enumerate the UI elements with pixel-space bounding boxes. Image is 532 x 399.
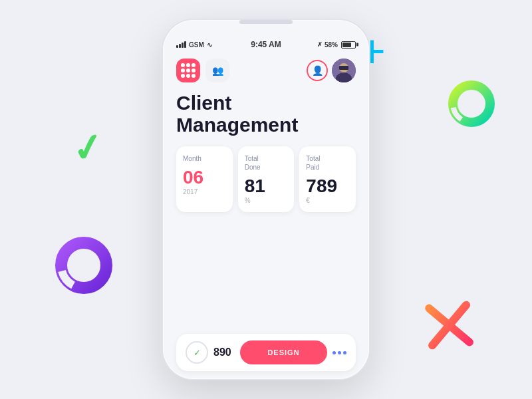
more-menu-button[interactable] [332,351,346,354]
design-button[interactable]: DESIGN [240,340,327,364]
check-button[interactable]: ✓ [186,341,208,364]
stat-sub-month: 2017 [183,188,226,196]
stat-value-month: 06 [183,168,226,187]
svg-point-0 [453,85,490,122]
user-icon: 👤 [312,65,323,76]
bottom-action-bar: ✓ 890 DESIGN [176,334,356,371]
stat-sub-done: % [245,197,288,204]
status-bar: GSM ∿ 9:45 AM ✗ 58% [163,27,369,56]
stat-value-done: 81 [245,177,288,196]
svg-line-4 [429,305,469,346]
status-left: GSM ∿ [176,41,212,49]
menu-button[interactable] [176,59,200,82]
bottom-count: 890 [213,346,235,358]
stat-label-done: TotalDone [245,154,288,172]
deco-ring-purple [55,236,113,295]
svg-point-2 [61,243,106,288]
time-label: 9:45 AM [251,40,281,49]
stat-sub-paid: € [306,197,349,204]
team-button[interactable]: 👥 [205,59,229,82]
stat-value-paid: 789 [306,177,349,196]
wifi-icon: ∿ [207,41,212,49]
stat-label-month: Month [183,154,226,163]
app-body: Client Management Month 06 2017 TotalDon… [163,88,369,379]
deco-x-sign [424,299,476,358]
people-icon: 👥 [212,65,223,76]
deco-checkmark: ✓ [68,127,106,169]
carrier-label: GSM [189,41,204,49]
dots-grid-icon [181,63,196,78]
phone-notch [239,20,293,24]
stat-card-done: TotalDone 81 % [238,146,295,212]
stat-label-paid: TotalPaid [306,154,349,172]
profile-avatar[interactable] [332,59,356,82]
battery-icon [341,41,356,49]
app-header: 👥 👤 [163,56,369,88]
user-avatar-ring[interactable]: 👤 [307,60,328,81]
battery-percent: 58% [325,41,338,49]
stat-card-paid: TotalPaid 789 € [299,146,356,212]
stat-card-month: Month 06 2017 [176,146,233,212]
svg-rect-9 [339,66,348,70]
svg-point-1 [453,85,490,122]
page-title: Client Management [176,92,356,136]
deco-ring-green [448,80,495,128]
header-left: 👥 [176,59,229,82]
phone-frame: GSM ∿ 9:45 AM ✗ 58% 👥 👤 [163,20,369,379]
stats-row: Month 06 2017 TotalDone 81 % TotalPaid 7… [176,146,356,212]
svg-line-5 [429,305,469,346]
bluetooth-icon: ✗ [317,41,323,48]
svg-point-3 [61,243,106,288]
status-right: ✗ 58% [317,41,356,49]
check-icon: ✓ [194,348,201,358]
signal-bars [176,41,186,48]
header-right: 👤 [307,59,356,82]
